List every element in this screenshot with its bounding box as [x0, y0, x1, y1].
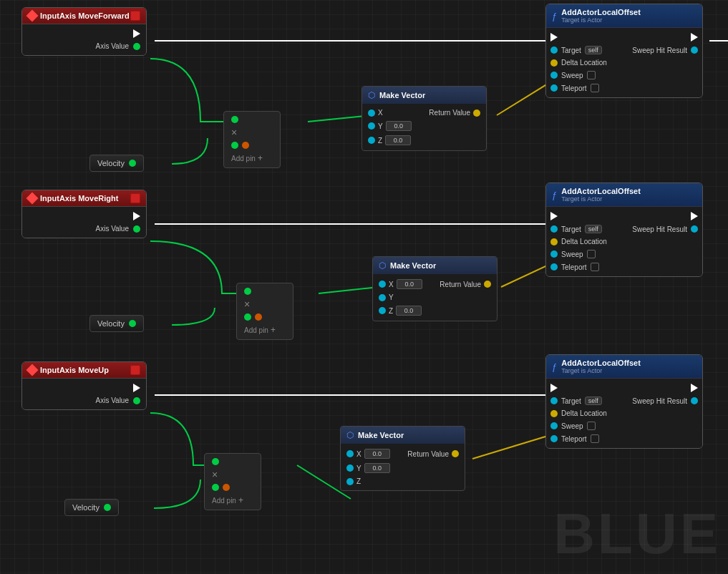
velocity-node-1: Velocity: [89, 155, 144, 172]
node-close-button[interactable]: [130, 11, 140, 21]
mv-x-input-3[interactable]: [364, 449, 390, 459]
math-out-pin-2[interactable]: [255, 313, 262, 321]
mv-y-label-2: Y: [389, 293, 394, 301]
axis-value-pin-3[interactable]: [133, 397, 140, 404]
input-axis-moveright-node: InputAxis MoveRight Axis Value: [21, 190, 147, 238]
input-axis-header-2: InputAxis MoveRight: [22, 190, 146, 207]
actor-sweep-checkbox-1[interactable]: [587, 71, 596, 79]
node-title-2: InputAxis MoveRight: [40, 194, 118, 203]
mv-y-input-3[interactable]: [364, 463, 390, 473]
input-axis-header: InputAxis MoveForward: [22, 8, 146, 24]
actor-sweephit-pin-2[interactable]: [691, 225, 698, 233]
actor-exec-out-1[interactable]: [691, 33, 698, 42]
node-close-button-2[interactable]: [130, 193, 140, 203]
make-vector-header-1: ⬡ Make Vector: [362, 87, 486, 104]
actor-target-pin-2[interactable]: [550, 225, 558, 233]
actor-target-pin-3[interactable]: [550, 397, 558, 404]
add-pin-icon-2[interactable]: +: [271, 325, 276, 335]
exec-out-pin-2[interactable]: [133, 212, 140, 220]
mv-x-input-2[interactable]: [397, 279, 422, 289]
actor-teleport-checkbox-2[interactable]: [591, 263, 599, 271]
mv-x-pin-3[interactable]: [346, 450, 354, 457]
math-input-pin-1b[interactable]: [231, 142, 238, 149]
actor-teleport-pin-1[interactable]: [550, 84, 558, 92]
mv-z-input-1[interactable]: [385, 135, 411, 145]
mv-return-pin-1[interactable]: [473, 110, 480, 117]
watermark: BLUE: [553, 501, 721, 567]
mv-z-pin-1[interactable]: [368, 137, 375, 144]
add-actor-title-1: AddActorLocalOffset: [561, 8, 641, 16]
add-actor-title-2: AddActorLocalOffset: [561, 187, 641, 195]
velocity-label-2: Velocity: [97, 319, 125, 328]
exec-out-pin-3[interactable]: [133, 384, 140, 392]
velocity-pin-3[interactable]: [104, 504, 111, 511]
mv-y-pin-3[interactable]: [346, 464, 354, 472]
actor-sweep-pin-2[interactable]: [550, 250, 558, 258]
diamond-icon: [26, 10, 39, 22]
velocity-pin-2[interactable]: [129, 320, 136, 327]
actor-sweephit-pin-1[interactable]: [691, 47, 698, 54]
mv-y-input-1[interactable]: [386, 121, 412, 131]
mv-z-pin-2[interactable]: [379, 307, 386, 314]
node-close-button-3[interactable]: [130, 365, 140, 375]
add-pin-icon-1[interactable]: +: [258, 153, 263, 163]
actor-exec-out-3[interactable]: [691, 384, 698, 392]
math-input-pin-1a[interactable]: [231, 116, 238, 123]
mv-x-pin-2[interactable]: [379, 281, 386, 288]
mv-y-label-1: Y: [378, 122, 383, 130]
actor-sweep-checkbox-3[interactable]: [587, 422, 596, 430]
velocity-pin-1[interactable]: [129, 160, 136, 167]
mv-y-pin-2[interactable]: [379, 294, 386, 301]
math-input-pin-2b[interactable]: [244, 313, 251, 321]
actor-exec-in-3[interactable]: [550, 384, 558, 392]
input-axis-moveforward-node: InputAxis MoveForward Axis Value: [21, 7, 147, 56]
mv-x-pin-1[interactable]: [368, 110, 375, 117]
mv-z-pin-3[interactable]: [346, 478, 354, 485]
exec-out-pin[interactable]: [133, 29, 140, 38]
actor-delta-pin-1[interactable]: [550, 59, 558, 67]
math-out-pin-3[interactable]: [223, 484, 230, 491]
axis-value-pin-2[interactable]: [133, 225, 140, 233]
actor-exec-in-2[interactable]: [550, 212, 558, 220]
actor-sweep-label-3: Sweep: [561, 422, 583, 430]
make-vector-node-1: ⬡ Make Vector X Return Value Y Z: [361, 86, 487, 151]
actor-teleport-checkbox-3[interactable]: [591, 434, 599, 443]
actor-sweep-checkbox-2[interactable]: [587, 250, 596, 258]
actor-sweephit-label-1: Sweep Hit Result: [632, 47, 687, 54]
add-actor-subtitle-2: Target is Actor: [561, 195, 641, 203]
actor-teleport-checkbox-1[interactable]: [591, 84, 599, 92]
actor-sweep-pin-3[interactable]: [550, 422, 558, 429]
actor-delta-pin-2[interactable]: [550, 238, 558, 245]
math-out-pin-1[interactable]: [242, 142, 249, 149]
mv-y-pin-1[interactable]: [368, 122, 375, 130]
add-actor-title-3: AddActorLocalOffset: [561, 359, 641, 367]
math-node-3: × Add pin +: [204, 453, 261, 510]
actor-sweephit-pin-3[interactable]: [691, 397, 698, 404]
actor-target-pin-1[interactable]: [550, 47, 558, 54]
actor-sweep-pin-1[interactable]: [550, 72, 558, 79]
actor-exec-in-1[interactable]: [550, 33, 558, 42]
math-input-pin-2a[interactable]: [244, 288, 251, 295]
actor-self-badge-1: self: [585, 46, 602, 54]
input-axis-header-3: InputAxis MoveUp: [22, 362, 146, 379]
actor-sweep-label-2: Sweep: [561, 250, 583, 258]
mv-z-input-2[interactable]: [396, 306, 422, 316]
actor-teleport-pin-3[interactable]: [550, 435, 558, 442]
mv-return-pin-2[interactable]: [484, 281, 491, 288]
math-input-pin-3b[interactable]: [212, 484, 219, 491]
mv-return-label-2: Return Value: [440, 281, 481, 288]
actor-exec-out-2[interactable]: [691, 212, 698, 220]
velocity-label-1: Velocity: [97, 159, 125, 167]
make-vector-node-3: ⬡ Make Vector X Return Value Y Z: [340, 426, 465, 491]
add-actor-icon-1: ƒ: [552, 11, 557, 21]
make-vector-title-3: Make Vector: [358, 431, 404, 439]
make-vector-title-1: Make Vector: [379, 91, 425, 99]
add-pin-icon-3[interactable]: +: [238, 495, 243, 505]
actor-teleport-pin-2[interactable]: [550, 263, 558, 271]
axis-value-pin[interactable]: [133, 43, 140, 50]
mv-return-pin-3[interactable]: [452, 450, 459, 457]
actor-delta-pin-3[interactable]: [550, 410, 558, 417]
math-input-pin-3a[interactable]: [212, 458, 219, 465]
actor-delta-label-3: Delta Location: [561, 409, 607, 417]
actor-teleport-label-3: Teleport: [561, 435, 587, 443]
